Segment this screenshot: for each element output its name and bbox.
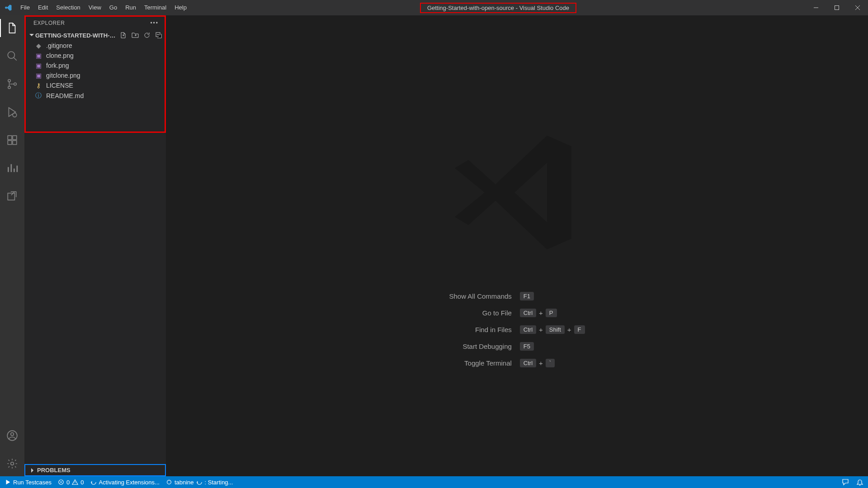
titlebar: File Edit Selection View Go Run Terminal… bbox=[0, 0, 868, 15]
svg-point-12 bbox=[11, 433, 14, 436]
folder-name: GETTING-STARTED-WITH-O... bbox=[35, 32, 119, 39]
more-actions-icon[interactable]: ••• bbox=[150, 20, 159, 26]
file-item[interactable]: ▣clone.png bbox=[24, 51, 166, 61]
svg-rect-9 bbox=[13, 136, 17, 140]
menu-view[interactable]: View bbox=[85, 0, 105, 15]
key-badge: ` bbox=[546, 359, 555, 367]
key-badge: Shift bbox=[546, 325, 565, 334]
shortcut-label: Find in Files bbox=[449, 326, 511, 333]
svg-rect-10 bbox=[8, 193, 14, 200]
key-badge: F5 bbox=[520, 342, 534, 351]
svg-point-5 bbox=[13, 113, 17, 117]
menu-edit[interactable]: Edit bbox=[34, 0, 52, 15]
refresh-icon[interactable] bbox=[143, 32, 151, 39]
svg-point-1 bbox=[8, 52, 14, 58]
accounts-icon[interactable] bbox=[0, 427, 24, 445]
menu-selection[interactable]: Selection bbox=[52, 0, 84, 15]
vscode-logo-icon bbox=[0, 4, 16, 12]
activity-bar bbox=[0, 15, 24, 476]
status-run-testcases[interactable]: Run Testcases bbox=[5, 479, 52, 486]
image-file-icon: ▣ bbox=[34, 52, 42, 59]
remote-tab-icon[interactable] bbox=[0, 187, 24, 205]
file-item[interactable]: ◆.gitignore bbox=[24, 41, 166, 51]
svg-point-4 bbox=[14, 83, 16, 85]
search-tab-icon[interactable] bbox=[0, 47, 24, 65]
explorer-sidebar: EXPLORER ••• GETTING-STARTED-WITH-O... ◆… bbox=[24, 15, 166, 476]
menu-terminal[interactable]: Terminal bbox=[140, 0, 170, 15]
main-area: EXPLORER ••• GETTING-STARTED-WITH-O... ◆… bbox=[0, 15, 868, 476]
svg-rect-6 bbox=[8, 136, 12, 140]
status-feedback-icon[interactable] bbox=[842, 479, 849, 486]
key-badge: F1 bbox=[520, 292, 534, 300]
explorer-title: EXPLORER bbox=[33, 20, 65, 26]
run-debug-tab-icon[interactable] bbox=[0, 103, 24, 121]
status-bar: Run Testcases 0 0 Activating Extensions.… bbox=[0, 476, 868, 488]
git-file-icon: ◆ bbox=[34, 42, 42, 49]
explorer-tab-icon[interactable] bbox=[0, 19, 24, 37]
key-badge: Ctrl bbox=[520, 325, 536, 334]
key-badge: P bbox=[546, 309, 557, 317]
shortcut-list: Show All Commands F1 Go to File Ctrl+P F… bbox=[449, 292, 585, 367]
folder-header[interactable]: GETTING-STARTED-WITH-O... bbox=[24, 30, 166, 41]
file-item[interactable]: ⓘREADME.md bbox=[24, 90, 166, 101]
svg-rect-0 bbox=[835, 6, 839, 10]
new-file-icon[interactable] bbox=[120, 32, 127, 39]
menubar: File Edit Selection View Go Run Terminal… bbox=[16, 0, 191, 15]
new-folder-icon[interactable] bbox=[132, 32, 139, 39]
chevron-right-icon bbox=[30, 468, 35, 473]
info-file-icon: ⓘ bbox=[34, 92, 42, 100]
menu-run[interactable]: Run bbox=[121, 0, 140, 15]
status-bell-icon[interactable] bbox=[856, 479, 863, 486]
image-file-icon: ▣ bbox=[34, 62, 42, 69]
chevron-down-icon bbox=[29, 33, 34, 38]
svg-point-16 bbox=[167, 480, 171, 484]
svg-rect-7 bbox=[8, 141, 12, 145]
extensions-tab-icon[interactable] bbox=[0, 131, 24, 149]
image-file-icon: ▣ bbox=[34, 72, 42, 79]
file-tree: ◆.gitignore ▣clone.png ▣fork.png ▣gitclo… bbox=[24, 41, 166, 101]
settings-gear-icon[interactable] bbox=[0, 455, 24, 473]
menu-help[interactable]: Help bbox=[170, 0, 191, 15]
file-item[interactable]: ⚷LICENSE bbox=[24, 80, 166, 90]
shortcut-label: Start Debugging bbox=[449, 343, 511, 350]
file-item[interactable]: ▣gitclone.png bbox=[24, 70, 166, 80]
status-tabnine[interactable]: tabnine : Starting... bbox=[166, 479, 233, 486]
svg-point-3 bbox=[8, 86, 10, 89]
menu-file[interactable]: File bbox=[16, 0, 34, 15]
status-activating[interactable]: Activating Extensions... bbox=[90, 479, 160, 486]
key-badge: Ctrl bbox=[520, 359, 536, 367]
svg-rect-8 bbox=[13, 141, 17, 145]
shortcut-label: Go to File bbox=[449, 309, 511, 317]
shortcut-label: Show All Commands bbox=[449, 292, 511, 300]
svg-point-13 bbox=[11, 462, 14, 465]
graph-tab-icon[interactable] bbox=[0, 159, 24, 177]
editor-welcome: Show All Commands F1 Go to File Ctrl+P F… bbox=[166, 15, 868, 476]
close-button[interactable] bbox=[847, 0, 868, 15]
source-control-tab-icon[interactable] bbox=[0, 75, 24, 93]
status-problems[interactable]: 0 0 bbox=[58, 479, 84, 486]
window-title: Getting-Started-with-open-source - Visua… bbox=[191, 5, 806, 11]
key-badge: Ctrl bbox=[520, 309, 536, 317]
vscode-watermark-icon bbox=[449, 125, 585, 260]
maximize-button[interactable] bbox=[826, 0, 847, 15]
shortcut-label: Toggle Terminal bbox=[449, 359, 511, 367]
problems-section[interactable]: PROBLEMS bbox=[24, 464, 166, 476]
file-item[interactable]: ▣fork.png bbox=[24, 61, 166, 70]
svg-point-2 bbox=[8, 80, 10, 82]
license-file-icon: ⚷ bbox=[34, 82, 42, 89]
menu-go[interactable]: Go bbox=[105, 0, 121, 15]
window-controls bbox=[806, 0, 868, 15]
key-badge: F bbox=[574, 325, 585, 334]
minimize-button[interactable] bbox=[806, 0, 826, 15]
collapse-all-icon[interactable] bbox=[155, 32, 162, 39]
